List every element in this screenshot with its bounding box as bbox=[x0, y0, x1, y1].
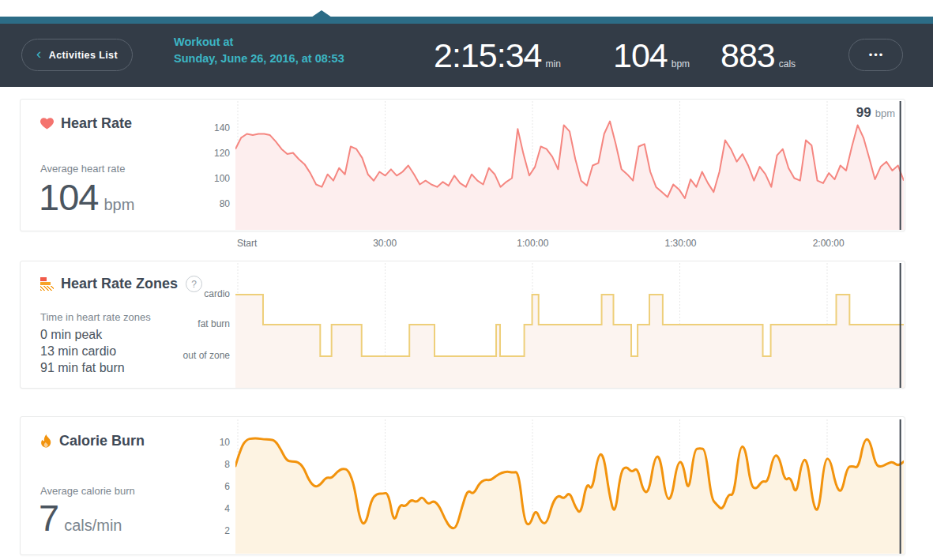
zones-y-axis: cardiofat burnout of zone bbox=[21, 261, 230, 388]
x-axis-label: 30:00 bbox=[373, 238, 397, 249]
duration-unit: min bbox=[545, 58, 560, 70]
heart-rate-y-axis: 14012010080 bbox=[21, 100, 230, 231]
zone-level-label: out of zone bbox=[183, 350, 230, 362]
x-axis-label: 1:30:00 bbox=[664, 238, 696, 249]
more-options-button[interactable]: ••• bbox=[848, 39, 903, 71]
x-axis-label: Start bbox=[237, 238, 257, 249]
time-axis: Start30:001:00:001:30:002:00:00 bbox=[235, 238, 905, 250]
zone-level-label: cardio bbox=[204, 288, 230, 300]
stat-avg-bpm: 104 bpm bbox=[613, 35, 690, 76]
teal-strip bbox=[0, 17, 933, 24]
duration-value: 2:15:34 bbox=[434, 35, 541, 76]
x-axis-label: 1:00:00 bbox=[517, 238, 548, 249]
heart-rate-zones-panel: Heart Rate Zones ? Time in heart rate zo… bbox=[20, 261, 905, 389]
stat-calories: 883 cals bbox=[720, 35, 796, 76]
activities-list-button[interactable]: ‹ Activities List bbox=[21, 39, 133, 71]
workout-title: Workout at Sunday, June 26, 2016, at 08:… bbox=[174, 34, 344, 67]
calories-unit: cals bbox=[779, 58, 796, 70]
hr-y-tick-label: 140 bbox=[214, 122, 230, 134]
x-axis-label: 2:00:00 bbox=[813, 238, 845, 249]
calorie-chart[interactable] bbox=[235, 419, 904, 554]
calorie-burn-panel: Calorie Burn Average calorie burn 7 cals… bbox=[20, 416, 905, 555]
workout-title-line2: Sunday, June 26, 2016, at 08:53 bbox=[174, 51, 344, 67]
avg-bpm-value: 104 bbox=[613, 35, 668, 76]
stat-duration: 2:15:34 min bbox=[434, 35, 561, 76]
hr-y-tick-label: 80 bbox=[220, 198, 230, 210]
cursor-bpm-unit: bpm bbox=[875, 107, 895, 119]
calories-value: 883 bbox=[720, 35, 775, 76]
zones-chart[interactable] bbox=[235, 263, 904, 388]
calorie-y-axis: 108642 bbox=[21, 417, 230, 554]
cal-y-tick-label: 8 bbox=[224, 459, 230, 471]
ellipsis-icon: ••• bbox=[869, 49, 885, 61]
back-chevron-icon: ‹ bbox=[36, 46, 42, 61]
cal-y-tick-label: 2 bbox=[224, 525, 230, 537]
cal-y-tick-label: 10 bbox=[220, 437, 230, 449]
workout-title-line1: Workout at bbox=[174, 34, 344, 51]
avg-bpm-unit: bpm bbox=[672, 58, 690, 70]
hr-y-tick-label: 100 bbox=[214, 173, 230, 185]
activities-list-label: Activities List bbox=[49, 50, 118, 61]
up-arrow-notch bbox=[311, 10, 332, 17]
heart-rate-chart[interactable] bbox=[235, 101, 904, 230]
cal-y-tick-label: 6 bbox=[224, 481, 230, 493]
cal-y-tick-label: 4 bbox=[224, 503, 230, 515]
zone-level-label: fat burn bbox=[198, 318, 230, 330]
header: ‹ Activities List Workout at Sunday, Jun… bbox=[0, 24, 933, 87]
cursor-bpm-value: 99 bbox=[856, 105, 871, 121]
hr-y-tick-label: 120 bbox=[214, 148, 230, 160]
heart-rate-panel: Heart Rate Average heart rate 104 bpm 14… bbox=[20, 99, 905, 231]
heart-rate-cursor-tooltip: 99 bpm bbox=[856, 105, 895, 121]
